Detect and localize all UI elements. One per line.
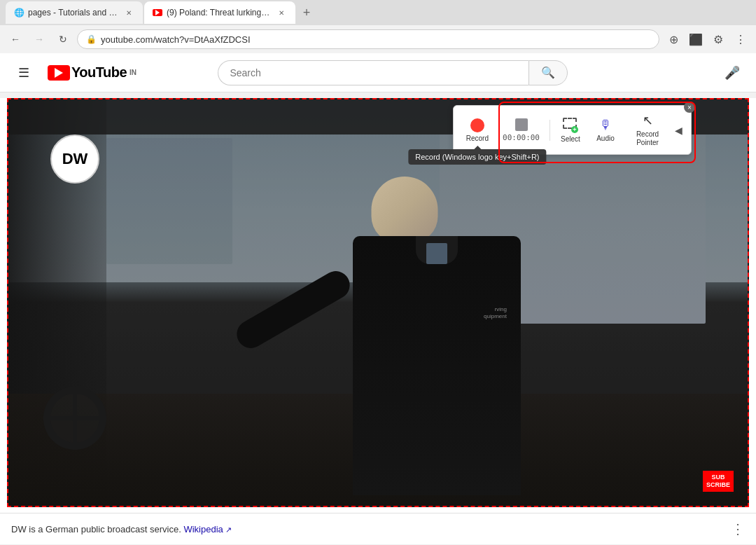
search-bar: 🔍 [218, 60, 568, 85]
info-more-btn[interactable]: ⋮ [731, 520, 745, 537]
close-icon: × [687, 104, 692, 111]
tab-youtube[interactable]: (9) Poland: Threat lurking in... ✕ [144, 1, 295, 24]
url-text: youtube.com/watch?v=DtAaXfZDCSI [101, 34, 251, 45]
person-body: rving quipment [353, 236, 521, 495]
forward-button[interactable]: → [29, 29, 49, 49]
audio-label: Audio [596, 134, 615, 142]
toolbar-divider-1 [550, 120, 550, 141]
pin-button[interactable]: ◀ [673, 125, 684, 136]
subscribe-line2: SCRIBE [706, 481, 730, 489]
header-actions: 🎤 [720, 60, 745, 85]
record-pointer-button[interactable]: ↖ Record Pointer [624, 110, 671, 150]
record-tooltip: Record (Windows logo key+Shift+R) [408, 149, 546, 165]
select-button[interactable]: + Select [554, 115, 587, 146]
video-container: rving quipment DW SUB SCRIBE [7, 98, 749, 507]
refresh-icon: ↻ [59, 34, 67, 45]
new-tab-icon: + [303, 6, 311, 20]
tab-youtube-favicon [153, 9, 162, 16]
lock-icon: 🔒 [86, 34, 97, 44]
audio-mic-icon: 🎙 [599, 118, 612, 132]
video-scene: rving quipment DW SUB SCRIBE [8, 99, 748, 506]
youtube-logo-text: YouTube [71, 64, 127, 81]
tab-youtube-label: (9) Poland: Threat lurking in... [167, 8, 272, 18]
person-head [372, 177, 438, 243]
tab-bar: 🌐 pages - Tutorials and fixe... ✕ (9) Po… [0, 0, 756, 25]
record-icon [470, 118, 484, 132]
main-content: × Record Record (Windows logo key+Shift+… [0, 98, 756, 544]
subscribe-line1: SUB [706, 474, 730, 481]
toolbar-close-btn[interactable]: × [684, 102, 695, 113]
screen-capture-toolbar: × Record Record (Windows logo key+Shift+… [453, 105, 692, 155]
new-tab-button[interactable]: + [297, 3, 316, 22]
search-input[interactable] [218, 60, 528, 85]
video-info-bar: DW is a German public broadcast service.… [0, 513, 756, 544]
timer-display: 00:00:00 [503, 133, 540, 142]
pin-icon: ◀ [675, 125, 682, 136]
youtube-country-badge: IN [130, 69, 136, 76]
record-pointer-icon: ↖ [643, 113, 653, 128]
tab-pages-label: pages - Tutorials and fixe... [28, 8, 119, 18]
refresh-button[interactable]: ↻ [53, 29, 73, 49]
subscribe-badge: SUB SCRIBE [703, 471, 734, 492]
external-link-icon: ↗ [225, 525, 232, 534]
tab-pages[interactable]: 🌐 pages - Tutorials and fixe... ✕ [6, 1, 143, 24]
forward-icon: → [34, 34, 44, 45]
hamburger-menu[interactable]: ☰ [11, 60, 36, 85]
chrome-menu-btn[interactable]: ⋮ [731, 29, 750, 49]
browser-chrome: 🌐 pages - Tutorials and fixe... ✕ (9) Po… [0, 0, 756, 53]
extension-btn-3[interactable]: ⚙ [708, 29, 728, 49]
wikipedia-link-text: Wikipedia [183, 524, 223, 534]
steering-wheel [43, 387, 106, 450]
extensions-area: ⊕ ⬛ ⚙ ⋮ [664, 29, 750, 49]
tab-pages-favicon: 🌐 [14, 8, 24, 18]
youtube-logo[interactable]: YouTube IN [48, 64, 136, 81]
tab-youtube-close[interactable]: ✕ [276, 7, 287, 18]
tab-pages-close[interactable]: ✕ [123, 7, 134, 18]
stop-icon [515, 118, 528, 131]
audio-button[interactable]: 🎙 Audio [589, 115, 622, 145]
select-label: Select [561, 135, 580, 143]
record-button[interactable]: Record Record (Windows logo key+Shift+R) [461, 116, 494, 145]
select-icon: + [563, 118, 578, 133]
back-icon: ← [10, 34, 20, 45]
wikipedia-link[interactable]: Wikipedia ↗ [183, 524, 232, 534]
search-button[interactable]: 🔍 [528, 60, 568, 85]
info-text: DW is a German public broadcast service. [11, 524, 181, 534]
address-bar[interactable]: 🔒 youtube.com/watch?v=DtAaXfZDCSI [77, 29, 659, 49]
dw-logo: DW [50, 134, 99, 184]
record-pointer-label: Record Pointer [630, 130, 665, 147]
stop-button[interactable]: 00:00:00 [497, 116, 545, 145]
search-icon: 🔍 [541, 66, 555, 79]
extension-btn-1[interactable]: ⊕ [664, 29, 683, 49]
address-bar-row: ← → ↻ 🔒 youtube.com/watch?v=DtAaXfZDCSI … [0, 25, 756, 53]
back-button[interactable]: ← [6, 29, 25, 49]
youtube-header: ☰ YouTube IN 🔍 🎤 [0, 53, 756, 92]
voice-search-btn[interactable]: 🎤 [720, 60, 745, 85]
extension-btn-2[interactable]: ⬛ [686, 29, 706, 49]
youtube-logo-icon [48, 65, 70, 81]
record-label: Record [466, 134, 489, 142]
